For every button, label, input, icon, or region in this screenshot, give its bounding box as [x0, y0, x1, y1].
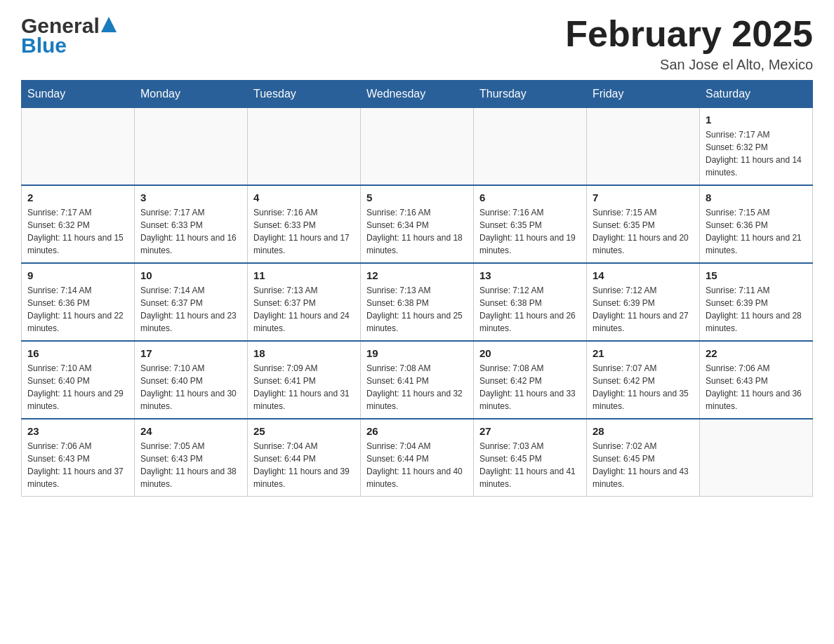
calendar-week-row: 16Sunrise: 7:10 AMSunset: 6:40 PMDayligh… — [22, 341, 813, 419]
calendar-cell: 17Sunrise: 7:10 AMSunset: 6:40 PMDayligh… — [135, 341, 248, 419]
calendar-cell: 20Sunrise: 7:08 AMSunset: 6:42 PMDayligh… — [474, 341, 587, 419]
header-saturday: Saturday — [700, 81, 813, 108]
day-info: Sunrise: 7:17 AMSunset: 6:32 PMDaylight:… — [27, 206, 128, 257]
weekday-header-row: Sunday Monday Tuesday Wednesday Thursday… — [22, 81, 813, 108]
day-number: 14 — [593, 269, 694, 281]
day-number: 2 — [27, 192, 128, 203]
header-monday: Monday — [135, 81, 248, 108]
calendar-cell: 4Sunrise: 7:16 AMSunset: 6:33 PMDaylight… — [248, 185, 361, 263]
day-number: 9 — [27, 269, 128, 281]
day-number: 28 — [593, 425, 694, 437]
day-number: 6 — [479, 192, 581, 203]
title-section: February 2025 San Jose el Alto, Mexico — [565, 14, 813, 73]
calendar-week-row: 2Sunrise: 7:17 AMSunset: 6:32 PMDaylight… — [22, 185, 813, 263]
day-number: 17 — [140, 347, 241, 359]
day-info: Sunrise: 7:04 AMSunset: 6:44 PMDaylight:… — [253, 440, 355, 490]
header-friday: Friday — [587, 81, 700, 108]
day-number: 18 — [253, 347, 355, 359]
day-number: 26 — [366, 425, 468, 437]
calendar-cell: 21Sunrise: 7:07 AMSunset: 6:42 PMDayligh… — [587, 341, 700, 419]
day-info: Sunrise: 7:16 AMSunset: 6:34 PMDaylight:… — [366, 206, 468, 257]
day-info: Sunrise: 7:17 AMSunset: 6:33 PMDaylight:… — [140, 206, 241, 257]
calendar-cell — [700, 419, 813, 497]
day-info: Sunrise: 7:11 AMSunset: 6:39 PMDaylight:… — [706, 284, 807, 335]
calendar-cell: 1Sunrise: 7:17 AMSunset: 6:32 PMDaylight… — [700, 108, 813, 186]
day-info: Sunrise: 7:17 AMSunset: 6:32 PMDaylight:… — [706, 128, 807, 179]
calendar-cell: 28Sunrise: 7:02 AMSunset: 6:45 PMDayligh… — [587, 419, 700, 497]
calendar-cell — [474, 108, 587, 186]
header-thursday: Thursday — [474, 81, 587, 108]
calendar-cell — [587, 108, 700, 186]
day-info: Sunrise: 7:13 AMSunset: 6:38 PMDaylight:… — [366, 284, 468, 335]
calendar-cell: 9Sunrise: 7:14 AMSunset: 6:36 PMDaylight… — [22, 263, 135, 341]
calendar-cell: 18Sunrise: 7:09 AMSunset: 6:41 PMDayligh… — [248, 341, 361, 419]
calendar-week-row: 23Sunrise: 7:06 AMSunset: 6:43 PMDayligh… — [22, 419, 813, 497]
calendar-cell: 12Sunrise: 7:13 AMSunset: 6:38 PMDayligh… — [361, 263, 474, 341]
calendar-cell — [22, 108, 135, 186]
svg-marker-0 — [101, 17, 117, 32]
day-number: 7 — [593, 192, 694, 203]
day-number: 15 — [706, 269, 807, 281]
calendar-cell: 19Sunrise: 7:08 AMSunset: 6:41 PMDayligh… — [361, 341, 474, 419]
calendar-cell: 22Sunrise: 7:06 AMSunset: 6:43 PMDayligh… — [700, 341, 813, 419]
calendar-cell — [361, 108, 474, 186]
logo-arrow-icon — [101, 17, 117, 32]
calendar-cell: 27Sunrise: 7:03 AMSunset: 6:45 PMDayligh… — [474, 419, 587, 497]
day-number: 19 — [366, 347, 468, 359]
page-header: General Blue February 2025 San Jose el A… — [21, 14, 813, 73]
day-info: Sunrise: 7:05 AMSunset: 6:43 PMDaylight:… — [140, 440, 241, 490]
calendar-cell: 8Sunrise: 7:15 AMSunset: 6:36 PMDaylight… — [700, 185, 813, 263]
day-number: 11 — [253, 269, 355, 281]
day-info: Sunrise: 7:15 AMSunset: 6:36 PMDaylight:… — [706, 206, 807, 257]
day-info: Sunrise: 7:12 AMSunset: 6:39 PMDaylight:… — [593, 284, 694, 335]
day-info: Sunrise: 7:06 AMSunset: 6:43 PMDaylight:… — [706, 362, 807, 412]
calendar-cell — [135, 108, 248, 186]
header-sunday: Sunday — [22, 81, 135, 108]
day-number: 25 — [253, 425, 355, 437]
day-info: Sunrise: 7:10 AMSunset: 6:40 PMDaylight:… — [27, 362, 128, 412]
day-info: Sunrise: 7:14 AMSunset: 6:36 PMDaylight:… — [27, 284, 128, 335]
day-info: Sunrise: 7:10 AMSunset: 6:40 PMDaylight:… — [140, 362, 241, 412]
day-info: Sunrise: 7:09 AMSunset: 6:41 PMDaylight:… — [253, 362, 355, 412]
calendar-cell: 24Sunrise: 7:05 AMSunset: 6:43 PMDayligh… — [135, 419, 248, 497]
day-info: Sunrise: 7:04 AMSunset: 6:44 PMDaylight:… — [366, 440, 468, 490]
day-info: Sunrise: 7:08 AMSunset: 6:42 PMDaylight:… — [479, 362, 581, 412]
day-info: Sunrise: 7:16 AMSunset: 6:33 PMDaylight:… — [253, 206, 355, 257]
header-wednesday: Wednesday — [361, 81, 474, 108]
day-info: Sunrise: 7:13 AMSunset: 6:37 PMDaylight:… — [253, 284, 355, 335]
calendar-cell: 10Sunrise: 7:14 AMSunset: 6:37 PMDayligh… — [135, 263, 248, 341]
day-number: 16 — [27, 347, 128, 359]
calendar-cell: 13Sunrise: 7:12 AMSunset: 6:38 PMDayligh… — [474, 263, 587, 341]
calendar-cell: 7Sunrise: 7:15 AMSunset: 6:35 PMDaylight… — [587, 185, 700, 263]
day-number: 4 — [253, 192, 355, 203]
calendar-week-row: 1Sunrise: 7:17 AMSunset: 6:32 PMDaylight… — [22, 108, 813, 186]
day-number: 22 — [706, 347, 807, 359]
day-info: Sunrise: 7:16 AMSunset: 6:35 PMDaylight:… — [479, 206, 581, 257]
calendar-cell: 25Sunrise: 7:04 AMSunset: 6:44 PMDayligh… — [248, 419, 361, 497]
day-number: 20 — [479, 347, 581, 359]
day-number: 24 — [140, 425, 241, 437]
day-number: 3 — [140, 192, 241, 203]
day-info: Sunrise: 7:06 AMSunset: 6:43 PMDaylight:… — [27, 440, 128, 490]
calendar-cell: 11Sunrise: 7:13 AMSunset: 6:37 PMDayligh… — [248, 263, 361, 341]
day-info: Sunrise: 7:02 AMSunset: 6:45 PMDaylight:… — [593, 440, 694, 490]
day-info: Sunrise: 7:14 AMSunset: 6:37 PMDaylight:… — [140, 284, 241, 335]
day-number: 8 — [706, 192, 807, 203]
header-tuesday: Tuesday — [248, 81, 361, 108]
day-number: 13 — [479, 269, 581, 281]
calendar-cell: 3Sunrise: 7:17 AMSunset: 6:33 PMDaylight… — [135, 185, 248, 263]
calendar-cell — [248, 108, 361, 186]
day-number: 21 — [593, 347, 694, 359]
day-info: Sunrise: 7:03 AMSunset: 6:45 PMDaylight:… — [479, 440, 581, 490]
calendar-cell: 14Sunrise: 7:12 AMSunset: 6:39 PMDayligh… — [587, 263, 700, 341]
calendar-cell: 15Sunrise: 7:11 AMSunset: 6:39 PMDayligh… — [700, 263, 813, 341]
calendar-cell: 2Sunrise: 7:17 AMSunset: 6:32 PMDaylight… — [22, 185, 135, 263]
calendar-cell: 6Sunrise: 7:16 AMSunset: 6:35 PMDaylight… — [474, 185, 587, 263]
day-number: 5 — [366, 192, 468, 203]
location-subtitle: San Jose el Alto, Mexico — [565, 57, 813, 73]
day-info: Sunrise: 7:08 AMSunset: 6:41 PMDaylight:… — [366, 362, 468, 412]
day-number: 12 — [366, 269, 468, 281]
calendar-table: Sunday Monday Tuesday Wednesday Thursday… — [21, 80, 813, 497]
day-info: Sunrise: 7:07 AMSunset: 6:42 PMDaylight:… — [593, 362, 694, 412]
calendar-cell: 5Sunrise: 7:16 AMSunset: 6:34 PMDaylight… — [361, 185, 474, 263]
